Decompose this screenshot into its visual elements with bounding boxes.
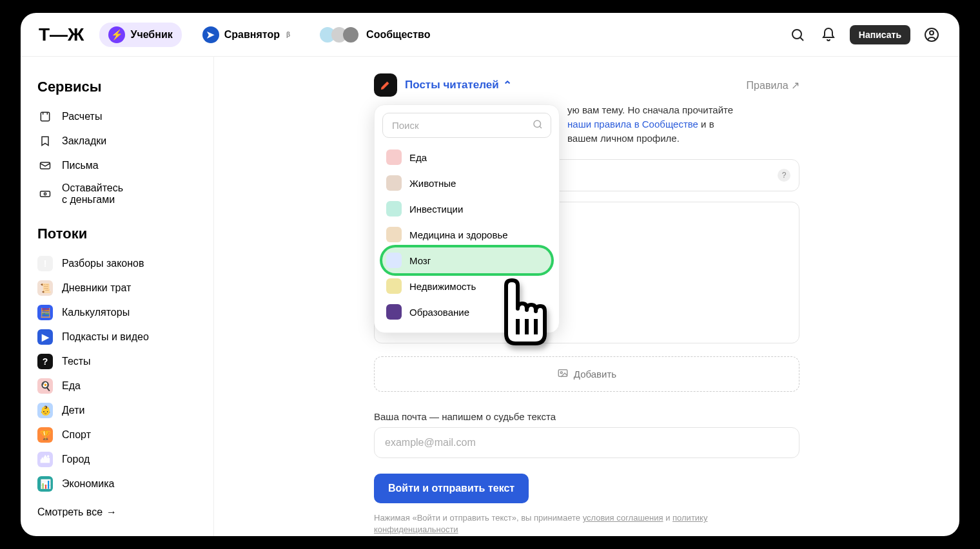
write-button[interactable]: Написать [850, 25, 910, 44]
stream-label: Разборы законов [62, 258, 144, 269]
dropdown-item-label: Животные [409, 178, 456, 189]
dropdown-item[interactable]: Мозг [382, 247, 551, 273]
dropdown-item[interactable]: Медицина и здоровье [382, 222, 551, 247]
add-label: Добавить [574, 369, 616, 380]
submit-button[interactable]: Войти и отправить текст [374, 474, 529, 503]
stream-icon: 📊 [37, 476, 53, 492]
stream-icon: ! [37, 256, 53, 271]
svg-rect-4 [41, 112, 49, 120]
dropdown-item[interactable]: Недвижимость [382, 273, 551, 299]
dropdown-item[interactable]: Образование [382, 299, 551, 325]
sidebar-stream-item[interactable]: 👶Дети [37, 398, 197, 423]
category-dropdown: ЕдаЖивотныеИнвестицииМедицина и здоровье… [374, 104, 560, 333]
see-all-link[interactable]: Смотреть все → [37, 506, 197, 518]
bookmark-icon [37, 133, 53, 149]
stream-label: Дневники трат [62, 282, 131, 294]
stream-icon: 🏙 [37, 452, 53, 467]
dropdown-item-icon [386, 201, 402, 217]
stream-label: Тесты [62, 356, 91, 367]
dropdown-search-input[interactable] [382, 113, 551, 138]
bell-icon[interactable] [819, 25, 838, 44]
image-icon [557, 367, 569, 381]
dropdown-item-icon [386, 278, 402, 294]
sidebar-stream-item[interactable]: !Разборы законов [37, 251, 197, 276]
community-faces-icon [320, 27, 355, 43]
sidebar-stream-item[interactable]: 🍳Еда [37, 374, 197, 398]
sidebar-stream-item[interactable]: 🧮Калькуляторы [37, 300, 197, 325]
nav-sravnyator[interactable]: ➤ Сравняторβ [193, 23, 299, 47]
sidebar-item-dengi[interactable]: Оставайтесь с деньгами [37, 178, 197, 210]
stream-icon: 👶 [37, 403, 53, 418]
sidebar-item-label: Закладки [62, 135, 106, 147]
profile-icon[interactable] [922, 25, 941, 44]
nav-uchebnik[interactable]: ⚡ Учебник [99, 23, 181, 47]
sidebar-stream-item[interactable]: 🏙Город [37, 447, 197, 472]
mail-icon [37, 158, 53, 173]
sidebar-item-zakladki[interactable]: Закладки [37, 129, 197, 153]
dropdown-item-icon [386, 304, 402, 320]
sidebar-stream-item[interactable]: 🏆Спорт [37, 423, 197, 447]
category-label: Посты читателей [405, 79, 499, 92]
sidebar-item-pisma[interactable]: Письма [37, 153, 197, 178]
nav-label: Сообщество [366, 29, 430, 41]
dropdown-item-icon [386, 149, 402, 165]
dropdown-item-label: Инвестиции [409, 204, 463, 215]
help-icon[interactable]: ? [778, 169, 790, 182]
stream-label: Город [62, 454, 90, 465]
lightning-icon: ⚡ [108, 26, 125, 43]
dropdown-item-icon [386, 175, 402, 191]
nav-label: Учебник [130, 29, 172, 41]
dropdown-item-label: Недвижимость [409, 281, 476, 292]
stream-icon: 🍳 [37, 378, 53, 394]
svg-rect-6 [41, 191, 50, 197]
disclaimer-text: Нажимая «Войти и отправить текст», вы пр… [374, 512, 774, 535]
intro-link-rules[interactable]: наши правила [567, 119, 631, 130]
pencil-square-icon [374, 73, 397, 97]
sidebar-stream-item[interactable]: 📜Дневники трат [37, 276, 197, 300]
dropdown-item-label: Медицина и здоровье [409, 229, 508, 240]
svg-point-3 [930, 31, 934, 35]
sidebar-stream-item[interactable]: ▶Подкасты и видео [37, 325, 197, 349]
intro-link-community[interactable]: в Сообществе [634, 119, 698, 130]
stream-label: Еда [62, 380, 81, 392]
beta-badge: β [286, 31, 290, 38]
stream-icon: 📜 [37, 280, 53, 296]
see-all-label: Смотреть все [37, 506, 103, 518]
stream-label: Экономика [62, 478, 115, 490]
dropdown-item-icon [386, 227, 402, 242]
category-dropdown-trigger[interactable]: Посты читателей ⌃ [405, 79, 512, 92]
dropdown-item[interactable]: Еда [382, 144, 551, 170]
dropdown-item-label: Образование [409, 307, 469, 318]
search-icon [532, 119, 544, 133]
nav-label: Сравнятор [224, 29, 280, 41]
add-attachment-button[interactable]: Добавить [374, 356, 799, 392]
chevron-up-icon: ⌃ [503, 79, 512, 92]
stream-label: Калькуляторы [62, 307, 130, 318]
money-icon [37, 186, 53, 202]
dropdown-item[interactable]: Инвестиции [382, 196, 551, 222]
calc-icon [37, 109, 53, 124]
dropdown-item[interactable]: Животные [382, 170, 551, 196]
sidebar-services-heading: Сервисы [37, 79, 197, 95]
sidebar-streams-heading: Потоки [37, 226, 197, 242]
stream-icon: ▶ [37, 329, 53, 345]
search-icon[interactable] [788, 25, 807, 44]
sidebar-item-label: Письма [62, 160, 99, 171]
dropdown-item-label: Мозг [409, 255, 431, 266]
rules-link[interactable]: Правила ↗ [747, 79, 799, 92]
sidebar-item-label: Расчеты [62, 111, 102, 122]
sidebar-item-raschety[interactable]: Расчеты [37, 104, 197, 129]
site-logo[interactable]: Т—Ж [39, 24, 88, 45]
terms-link[interactable]: условия соглашения [583, 513, 663, 523]
svg-point-8 [534, 120, 541, 128]
stream-label: Дети [62, 405, 84, 416]
svg-line-9 [540, 126, 542, 128]
stream-icon: 🏆 [37, 427, 53, 443]
email-input[interactable] [374, 427, 799, 458]
arrow-icon: ➤ [202, 26, 219, 43]
sidebar-stream-item[interactable]: 📊Экономика [37, 472, 197, 496]
nav-community[interactable]: Сообщество [311, 23, 439, 46]
sidebar-stream-item[interactable]: ?Тесты [37, 349, 197, 374]
arrow-right-icon: → [106, 506, 117, 518]
stream-icon: 🧮 [37, 305, 53, 320]
